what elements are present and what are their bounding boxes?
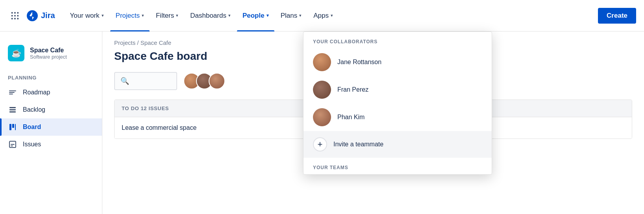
svg-rect-12	[9, 124, 11, 130]
create-button[interactable]: Create	[598, 8, 636, 24]
project-type: Software project	[30, 54, 67, 60]
collaborator-name-jane: Jane Rottanson	[337, 59, 381, 66]
invite-teammate-row[interactable]: + Invite a teammate	[303, 131, 492, 158]
board-icon	[8, 122, 17, 132]
plus-icon: +	[313, 137, 327, 151]
svg-rect-4	[14, 15, 16, 17]
svg-rect-9	[9, 107, 16, 108]
svg-rect-13	[12, 124, 14, 128]
nav-people[interactable]: People ▾	[237, 7, 274, 24]
jira-logo[interactable]: Jira	[26, 9, 55, 22]
chevron-down-icon: ▾	[331, 13, 333, 18]
sidebar-item-issues[interactable]: Issues	[0, 136, 102, 153]
avatar-jane	[313, 53, 331, 71]
sidebar-item-backlog[interactable]: Backlog	[0, 101, 102, 118]
svg-rect-3	[11, 15, 13, 17]
invite-label: Invite a teammate	[333, 141, 383, 148]
chevron-down-icon: ▾	[266, 13, 269, 18]
svg-rect-11	[9, 111, 16, 113]
collaborator-jane[interactable]: Jane Rottanson	[303, 48, 492, 76]
svg-rect-10	[9, 109, 16, 111]
planning-section-label: PLANNING	[0, 69, 102, 84]
chevron-down-icon: ▾	[102, 13, 104, 18]
nav-your-work[interactable]: Your work ▾	[65, 7, 109, 24]
breadcrumb-project[interactable]: Space Cafe	[141, 39, 171, 46]
your-teams-label: YOUR TEAMS	[303, 158, 492, 174]
svg-rect-6	[11, 18, 13, 19]
collaborators-label: YOUR COLLABORATORS	[303, 32, 492, 48]
backlog-icon	[8, 105, 17, 114]
nav-filters[interactable]: Filters ▾	[150, 7, 184, 24]
chevron-down-icon: ▾	[228, 13, 231, 18]
grid-menu-icon[interactable]	[8, 9, 22, 23]
breadcrumb-projects[interactable]: Projects	[114, 39, 135, 46]
svg-rect-14	[15, 124, 16, 130]
collaborator-name-phan: Phan Kim	[337, 114, 365, 121]
project-name: Space Cafe	[30, 47, 67, 54]
svg-rect-5	[17, 15, 19, 17]
nav-dashboards[interactable]: Dashboards ▾	[185, 7, 236, 24]
avatar-fran	[313, 81, 331, 99]
nav-apps[interactable]: Apps ▾	[308, 7, 339, 24]
avatar[interactable]	[209, 73, 225, 89]
collaborator-fran[interactable]: Fran Perez	[303, 76, 492, 103]
avatar-phan	[313, 108, 331, 126]
nav-projects[interactable]: Projects ▾	[110, 7, 150, 24]
project-header: ☕ Space Cafe Software project	[0, 41, 102, 69]
sidebar-item-board[interactable]: Board	[0, 118, 102, 136]
svg-rect-7	[14, 18, 16, 19]
svg-rect-0	[11, 12, 13, 13]
issues-icon	[8, 140, 17, 149]
svg-rect-8	[17, 18, 19, 19]
collaborator-phan[interactable]: Phan Kim	[303, 103, 492, 131]
people-dropdown: YOUR COLLABORATORS Jane Rottanson Fran P…	[303, 31, 492, 175]
chevron-down-icon: ▾	[299, 13, 302, 18]
breadcrumb-separator: /	[137, 39, 140, 46]
main-layout: ☕ Space Cafe Software project PLANNING R…	[0, 31, 644, 214]
sidebar: ☕ Space Cafe Software project PLANNING R…	[0, 31, 102, 214]
svg-rect-1	[14, 12, 16, 13]
avatar-group	[183, 73, 225, 89]
project-icon: ☕	[8, 45, 24, 61]
search-icon: 🔍	[120, 77, 129, 85]
nav-plans[interactable]: Plans ▾	[275, 7, 307, 24]
roadmap-icon	[8, 88, 17, 97]
nav-items: Your work ▾ Projects ▾ Filters ▾ Dashboa…	[65, 7, 594, 24]
chevron-down-icon: ▾	[142, 13, 144, 18]
logo-text: Jira	[41, 11, 55, 20]
collaborator-name-fran: Fran Perez	[337, 86, 368, 93]
sidebar-item-roadmap[interactable]: Roadmap	[0, 84, 102, 101]
svg-rect-2	[17, 12, 19, 13]
navbar: Jira Your work ▾ Projects ▾ Filters ▾ Da…	[0, 0, 644, 31]
search-box[interactable]: 🔍	[114, 72, 177, 90]
chevron-down-icon: ▾	[176, 13, 178, 18]
